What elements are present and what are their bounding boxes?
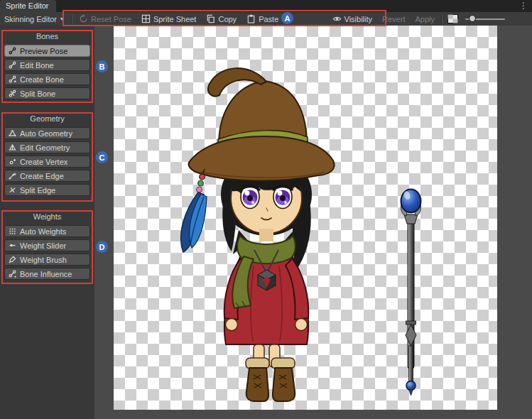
auto-geometry-icon <box>9 129 16 137</box>
left-eye <box>241 185 259 209</box>
preview-pose-icon <box>9 47 16 55</box>
sprite-canvas-art <box>114 26 497 410</box>
revert-label: Revert <box>382 15 405 23</box>
mode-dropdown-label: Skinning Editor <box>4 15 57 23</box>
sprite-texture-area[interactable] <box>114 26 497 410</box>
bone-influence-label: Bone Influence <box>20 270 72 278</box>
paste-label: Paste <box>259 15 278 23</box>
toolbar-separator <box>441 15 443 23</box>
visibility-eye-icon <box>332 14 342 23</box>
split-bone-button[interactable]: Split Bone <box>4 87 90 99</box>
edit-geometry-button[interactable]: Edit Geometry <box>4 141 90 153</box>
split-bone-icon <box>9 89 16 97</box>
edit-geometry-icon <box>9 143 16 151</box>
left-tool-panel: Bones Preview Pose Edit Bone Create Bone <box>0 26 94 419</box>
staff-end-gem <box>406 381 416 391</box>
apply-label: Apply <box>415 15 435 23</box>
create-edge-button[interactable]: Create Edge <box>4 170 90 182</box>
bones-panel: Bones Preview Pose Edit Bone Create Bone <box>4 31 90 102</box>
preview-pose-label: Preview Pose <box>20 47 67 55</box>
create-vertex-icon <box>9 158 16 165</box>
bone-influence-icon <box>9 270 16 278</box>
reset-pose-label: Reset Pose <box>91 15 131 23</box>
toolbar-slider[interactable] <box>465 12 505 26</box>
paste-button[interactable]: Paste <box>241 12 283 26</box>
bones-panel-title: Bones <box>4 31 90 41</box>
split-edge-icon <box>9 186 16 194</box>
sprite-sheet-icon <box>141 14 151 23</box>
auto-geometry-label: Auto Geometry <box>20 129 72 138</box>
weight-slider-label: Weight Slider <box>20 241 66 250</box>
toolbar-separator <box>71 15 72 23</box>
create-vertex-button[interactable]: Create Vertex <box>4 156 90 168</box>
weight-slider-button[interactable]: Weight Slider <box>4 239 90 251</box>
sprite-sheet-label: Sprite Sheet <box>153 15 197 23</box>
reset-pose-icon <box>79 14 88 23</box>
create-edge-label: Create Edge <box>20 172 64 180</box>
witch-hat <box>189 68 335 180</box>
staff-orb <box>401 190 421 213</box>
auto-weights-button[interactable]: Auto Weights <box>4 225 90 237</box>
weight-slider-icon <box>9 241 16 249</box>
canvas-viewport[interactable] <box>94 26 532 419</box>
auto-weights-icon <box>9 227 16 235</box>
visibility-label: Visibility <box>344 15 373 23</box>
bone-influence-button[interactable]: Bone Influence <box>4 268 90 280</box>
geometry-panel-title: Geometry <box>4 114 90 124</box>
edit-bone-label: Edit Bone <box>20 61 54 70</box>
weight-brush-label: Weight Brush <box>20 256 67 264</box>
split-edge-label: Split Edge <box>20 186 55 195</box>
copy-icon <box>206 14 215 23</box>
toolbar-right-group: Visibility Revert Apply <box>327 12 505 26</box>
edit-bone-button[interactable]: Edit Bone <box>4 59 90 71</box>
edit-bone-icon <box>9 61 16 69</box>
mode-dropdown[interactable]: Skinning Editor ▾ <box>0 12 70 26</box>
neck <box>259 229 273 241</box>
titlebar: Sprite Editor ⋮ <box>0 0 532 12</box>
create-bone-label: Create Bone <box>20 75 64 84</box>
create-edge-icon <box>9 172 16 180</box>
split-edge-button[interactable]: Split Edge <box>4 184 90 196</box>
apply-button[interactable]: Apply <box>410 12 440 26</box>
auto-weights-label: Auto Weights <box>20 227 66 236</box>
feather-charm <box>181 169 207 252</box>
right-hand <box>295 319 308 331</box>
weight-brush-icon <box>9 256 16 263</box>
visibility-button[interactable]: Visibility <box>327 12 378 26</box>
auto-geometry-button[interactable]: Auto Geometry <box>4 127 90 139</box>
right-eye <box>273 185 292 209</box>
weight-brush-button[interactable]: Weight Brush <box>4 254 90 266</box>
weights-panel: Weights Auto Weights Weight Slider <box>4 212 90 282</box>
sprite-editor-window: Sprite Editor ⋮ Skinning Editor ▾ Reset … <box>0 0 532 419</box>
create-bone-icon <box>9 75 16 83</box>
preview-pose-button[interactable]: Preview Pose <box>4 45 90 57</box>
create-bone-button[interactable]: Create Bone <box>4 73 90 85</box>
left-hand <box>226 319 238 331</box>
copy-button[interactable]: Copy <box>201 12 241 26</box>
texture-swatch-icon[interactable] <box>447 14 458 23</box>
weights-panel-title: Weights <box>4 212 90 222</box>
reset-pose-button[interactable]: Reset Pose <box>74 12 136 26</box>
copy-label: Copy <box>218 15 237 23</box>
create-vertex-label: Create Vertex <box>20 158 67 166</box>
character-sprite[interactable] <box>181 68 335 401</box>
split-bone-label: Split Bone <box>20 89 55 98</box>
toolbar-slider-knob[interactable] <box>469 15 476 22</box>
edit-geometry-label: Edit Geometry <box>20 143 70 152</box>
revert-button[interactable]: Revert <box>377 12 410 26</box>
tab-sprite-editor[interactable]: Sprite Editor <box>0 0 56 12</box>
paste-icon <box>246 14 256 23</box>
toolbar: Skinning Editor ▾ Reset Pose Sprite Shee… <box>0 12 532 26</box>
staff-sprite[interactable] <box>401 190 420 396</box>
geometry-panel: Geometry Auto Geometry Edit Geometry Cre… <box>4 114 90 198</box>
overflow-menu-icon[interactable]: ⋮ <box>519 1 528 11</box>
chevron-down-icon: ▾ <box>60 16 63 22</box>
sprite-sheet-button[interactable]: Sprite Sheet <box>136 12 202 26</box>
